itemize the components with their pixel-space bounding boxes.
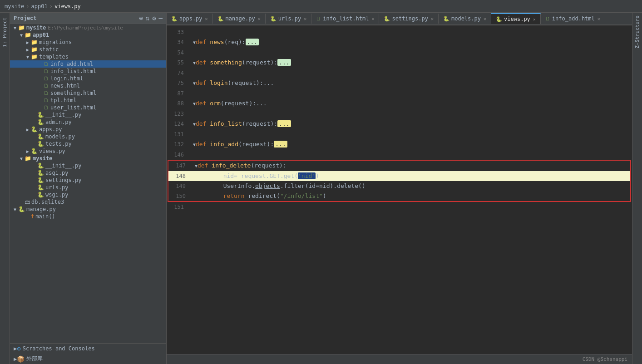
tree-item-info-add[interactable]: 🗋 info_add.html xyxy=(10,60,166,68)
line-num-147: 147 xyxy=(168,161,192,171)
line-content-149: UserInfo.objects.filter(id=nid).delete() xyxy=(192,181,630,191)
folder-icon-mysite-sub: 📁 xyxy=(25,155,31,162)
line-content-34: ▼def news(req):... xyxy=(190,37,632,48)
tab-apps[interactable]: 🐍 apps.py ✕ xyxy=(167,14,213,24)
tab-urls[interactable]: 🐍 urls.py ✕ xyxy=(266,14,312,24)
tree-item-views[interactable]: ▶ 🐍 views.py xyxy=(10,148,166,155)
sidebar-item-scratches[interactable]: ▶ ⊙ Scratches and Consoles xyxy=(10,344,166,354)
tab-models[interactable]: 🐍 models.py ✕ xyxy=(439,14,491,24)
breadcrumb: mysite › app01 › views.py xyxy=(5,3,81,10)
line-content-74 xyxy=(190,68,632,78)
tree-item-manage[interactable]: ▼ 🐍 manage.py xyxy=(10,206,166,213)
tab-close-views[interactable]: ✕ xyxy=(533,17,536,22)
label-tests: tests.py xyxy=(45,141,72,147)
code-line-87: 87 xyxy=(167,89,632,98)
tab-label-apps: apps.py xyxy=(179,15,202,22)
tree-item-static[interactable]: ▶ 📁 static xyxy=(10,46,166,53)
folder-icon-mysite: 📁 xyxy=(18,25,25,31)
html-icon-something: 🗋 xyxy=(44,90,49,96)
tab-close-manage[interactable]: ✕ xyxy=(258,16,261,21)
tab-views[interactable]: 🐍 views.py ✕ xyxy=(491,13,541,24)
line-content-55: ▼def something(request):... xyxy=(190,58,632,68)
tree-item-main[interactable]: f main() xyxy=(10,213,166,220)
tab-close-info-list[interactable]: ✕ xyxy=(371,16,374,21)
scratches-icon: ⊙ xyxy=(17,345,20,352)
tab-z-structure[interactable]: Z-Structure xyxy=(633,13,641,51)
line-num-132: 132 xyxy=(167,139,190,150)
tree-item-db[interactable]: 🗃 db.sqlite3 xyxy=(10,198,166,206)
tab-info-list[interactable]: 🗋 info_list.html ✕ xyxy=(311,14,379,24)
sidebar-header: Project ⊕ ⇅ ⚙ ─ xyxy=(10,13,166,24)
line-num-150: 150 xyxy=(168,191,192,201)
tree-item-migrations[interactable]: ▶ 📁 migrations xyxy=(10,39,166,46)
right-tab-bar: Z-Structure xyxy=(632,13,642,364)
settings-icon[interactable]: ⚙ xyxy=(152,15,156,22)
db-icon: 🗃 xyxy=(25,199,30,205)
html-icon-info-list: 🗋 xyxy=(44,68,49,74)
py-icon-apps: 🐍 xyxy=(31,126,38,133)
tree-item-login[interactable]: 🗋 login.html xyxy=(10,75,166,82)
tree-item-wsgi[interactable]: 🐍 wsgi.py xyxy=(10,191,166,198)
html-icon-tpl: 🗋 xyxy=(44,97,49,103)
arrow-scratches: ▶ xyxy=(14,345,17,352)
py-icon-models: 🐍 xyxy=(37,133,44,140)
tab-manage[interactable]: 🐍 manage.py ✕ xyxy=(213,14,266,24)
tab-close-models[interactable]: ✕ xyxy=(484,16,486,21)
line-content-150: return redirect("/info/list") xyxy=(192,191,630,201)
tree-item-tests[interactable]: 🐍 tests.py xyxy=(10,140,166,148)
line-content-148: nid= request.GET.get('nid') xyxy=(192,171,630,181)
tab-icon-settings: 🐍 xyxy=(384,16,390,22)
tree-item-news-html[interactable]: 🗋 news.html xyxy=(10,82,166,89)
line-num-74: 74 xyxy=(167,68,190,78)
tree-item-mysite-root[interactable]: ▼ 📁 mysite E:\PycharmProjects\mysite xyxy=(10,24,166,31)
tab-icon-info-add: 🗋 xyxy=(545,16,550,22)
py-icon-admin: 🐍 xyxy=(37,119,44,125)
label-init-mysite: __init__.py xyxy=(45,162,81,169)
code-line-147: 147 ▼def info_delete(request): xyxy=(168,161,630,171)
label-info-list: info_list.html xyxy=(50,68,96,74)
breadcrumb-root[interactable]: mysite xyxy=(5,3,24,10)
tab-project[interactable]: 1: Project xyxy=(1,15,9,50)
tree-item-tpl[interactable]: 🗋 tpl.html xyxy=(10,97,166,104)
arrow-external: ▶ xyxy=(14,356,17,362)
new-file-icon[interactable]: ⊕ xyxy=(139,15,143,22)
code-editor[interactable]: .code-editor { padding: 4px 0; } .ln { w… xyxy=(167,25,632,354)
tree-item-info-list[interactable]: 🗋 info_list.html xyxy=(10,68,166,75)
tree-item-urls[interactable]: 🐍 urls.py xyxy=(10,184,166,191)
tab-close-urls[interactable]: ✕ xyxy=(304,16,306,21)
arrow-manage: ▼ xyxy=(12,207,18,212)
external-label: 外部库 xyxy=(26,355,43,363)
tree-item-app01[interactable]: ▼ 📁 app01 xyxy=(10,31,166,39)
label-apps: apps.py xyxy=(39,126,62,133)
tree-item-templates[interactable]: ▼ 📁 templates xyxy=(10,53,166,60)
line-content-123 xyxy=(190,109,632,119)
tree-item-something[interactable]: 🗋 something.html xyxy=(10,89,166,97)
tree-item-settings[interactable]: 🐍 settings.py xyxy=(10,177,166,184)
tree-item-init-mysite[interactable]: 🐍 __init__.py xyxy=(10,162,166,169)
breadcrumb-app01[interactable]: app01 xyxy=(31,3,48,10)
label-mysite-sub: mysite xyxy=(33,155,52,162)
tab-close-settings[interactable]: ✕ xyxy=(431,16,434,21)
tree-item-init-app[interactable]: 🐍 __init__.py xyxy=(10,111,166,118)
tab-info-add[interactable]: 🗋 info_add.html ✕ xyxy=(541,14,605,24)
left-tab-bar: 1: Project xyxy=(0,13,10,364)
collapse-all-icon[interactable]: ⇅ xyxy=(146,15,149,22)
tree-item-admin[interactable]: 🐍 admin.py xyxy=(10,118,166,126)
code-line-74: 74 xyxy=(167,68,632,78)
tab-close-info-add[interactable]: ✕ xyxy=(598,16,600,21)
tree-item-apps[interactable]: ▶ 🐍 apps.py xyxy=(10,126,166,133)
label-something: something.html xyxy=(50,90,96,96)
line-num-131: 131 xyxy=(167,129,190,139)
tree-item-mysite-sub[interactable]: ▼ 📁 mysite xyxy=(10,155,166,162)
tab-label-urls: urls.py xyxy=(278,15,301,22)
sidebar-bottom: ▶ ⊙ Scratches and Consoles ▶ 📦 外部库 xyxy=(10,343,166,364)
tree-item-asgi[interactable]: 🐍 asgi.py xyxy=(10,169,166,177)
tree-item-user-list[interactable]: 🗋 user_list.html xyxy=(10,104,166,111)
tree-item-models[interactable]: 🐍 models.py xyxy=(10,133,166,140)
tab-label-info-list: info_list.html xyxy=(323,15,369,22)
tab-close-apps[interactable]: ✕ xyxy=(205,16,208,21)
tab-settings[interactable]: 🐍 settings.py ✕ xyxy=(379,14,439,24)
code-line-34: 34 ▼def news(req):... xyxy=(167,37,632,48)
sidebar-item-external[interactable]: ▶ 📦 外部库 xyxy=(10,354,166,364)
minimize-icon[interactable]: ─ xyxy=(159,15,163,22)
